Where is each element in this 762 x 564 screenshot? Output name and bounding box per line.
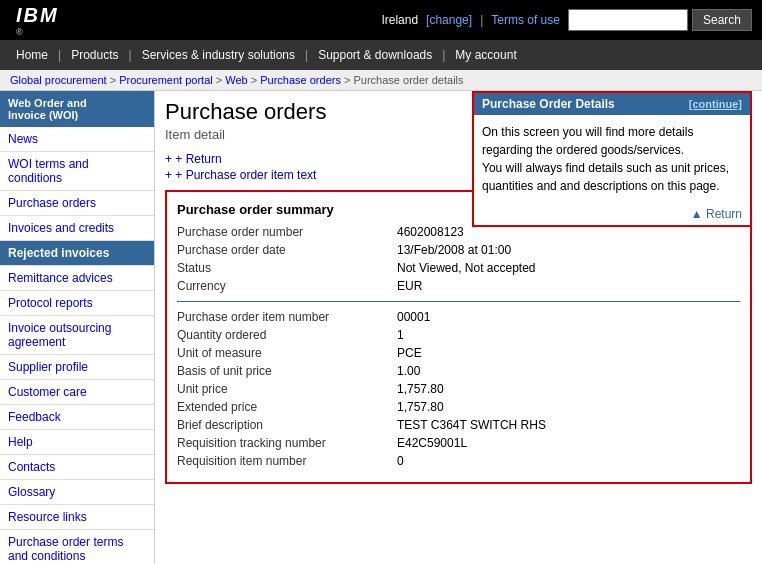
nav-products[interactable]: Products: [61, 40, 128, 70]
sidebar-item-invoices[interactable]: Invoices and credits: [0, 216, 154, 241]
value-uom: PCE: [397, 346, 422, 360]
sidebar-item-resource[interactable]: Resource links: [0, 505, 154, 530]
sidebar-item-woi-terms[interactable]: WOI terms and conditions: [0, 152, 154, 191]
top-bar: IBM ® Ireland [change] | Terms of use Se…: [0, 0, 762, 40]
label-description: Brief description: [177, 418, 397, 432]
sidebar-item-feedback[interactable]: Feedback: [0, 405, 154, 430]
search-button[interactable]: Search: [692, 9, 752, 31]
return-label[interactable]: Return: [706, 207, 742, 221]
tooltip-line1: On this screen you will find more detail…: [482, 123, 742, 159]
value-po-date: 13/Feb/2008 at 01:00: [397, 243, 511, 257]
sidebar-item-contacts[interactable]: Contacts: [0, 455, 154, 480]
summary-row-basis: Basis of unit price 1.00: [177, 364, 740, 378]
breadcrumb-purchase-orders[interactable]: Purchase orders: [260, 74, 341, 86]
summary-row-extended-price: Extended price 1,757.80: [177, 400, 740, 414]
return-arrow: ▲: [691, 207, 706, 221]
summary-row-item-number: Purchase order item number 00001: [177, 310, 740, 324]
sidebar-item-invoice-outsourcing[interactable]: Invoice outsourcing agreement: [0, 316, 154, 355]
sidebar-item-po-terms[interactable]: Purchase order terms and conditions: [0, 530, 154, 564]
tooltip-body: On this screen you will find more detail…: [474, 115, 750, 203]
value-unit-price: 1,757.80: [397, 382, 444, 396]
label-status: Status: [177, 261, 397, 275]
terms-link[interactable]: Terms of use: [491, 13, 560, 27]
logo: IBM ®: [10, 2, 65, 39]
tooltip-title: Purchase Order Details: [482, 97, 615, 111]
ibm-logo: IBM: [16, 4, 59, 27]
label-uom: Unit of measure: [177, 346, 397, 360]
nav-myaccount[interactable]: My account: [445, 40, 526, 70]
sidebar-item-customer[interactable]: Customer care: [0, 380, 154, 405]
logo-sub: ®: [16, 27, 59, 37]
label-currency: Currency: [177, 279, 397, 293]
value-req-item: 0: [397, 454, 404, 468]
value-qty: 1: [397, 328, 404, 342]
label-item-number: Purchase order item number: [177, 310, 397, 324]
search-box: Search: [568, 9, 752, 31]
sidebar-item-rejected[interactable]: Rejected invoices: [0, 241, 154, 266]
sidebar-item-remittance[interactable]: Remittance advices: [0, 266, 154, 291]
label-po-date: Purchase order date: [177, 243, 397, 257]
sep1: |: [480, 13, 483, 27]
label-req-tracking: Requisition tracking number: [177, 436, 397, 450]
label-extended-price: Extended price: [177, 400, 397, 414]
value-item-number: 00001: [397, 310, 430, 324]
content-area: Purchase Order Details [continue] On thi…: [155, 91, 762, 564]
tooltip-header: Purchase Order Details [continue]: [474, 93, 750, 115]
summary-row-description: Brief description TEST C364T SWITCH RHS: [177, 418, 740, 432]
summary-row-uom: Unit of measure PCE: [177, 346, 740, 360]
summary-box: Purchase order summary Purchase order nu…: [165, 190, 752, 484]
tooltip-return[interactable]: ▲ Return: [474, 203, 750, 225]
summary-row-req-tracking: Requisition tracking number E42C59001L: [177, 436, 740, 450]
label-basis: Basis of unit price: [177, 364, 397, 378]
label-qty: Quantity ordered: [177, 328, 397, 342]
value-status: Not Viewed, Not accepted: [397, 261, 536, 275]
breadcrumb-current: Purchase order details: [353, 74, 463, 86]
sidebar: Web Order andInvoice (WOI) News WOI term…: [0, 91, 155, 564]
summary-row-currency: Currency EUR: [177, 279, 740, 293]
sidebar-item-glossary[interactable]: Glossary: [0, 480, 154, 505]
label-po-number: Purchase order number: [177, 225, 397, 239]
sidebar-item-purchase-orders[interactable]: Purchase orders: [0, 191, 154, 216]
breadcrumb-web[interactable]: Web: [225, 74, 247, 86]
main-layout: Web Order andInvoice (WOI) News WOI term…: [0, 91, 762, 564]
sidebar-item-protocol[interactable]: Protocol reports: [0, 291, 154, 316]
value-description: TEST C364T SWITCH RHS: [397, 418, 546, 432]
summary-row-po-number: Purchase order number 4602008123: [177, 225, 740, 239]
label-req-item: Requisition item number: [177, 454, 397, 468]
country-label: Ireland: [381, 13, 418, 27]
summary-row-unit-price: Unit price 1,757.80: [177, 382, 740, 396]
change-link[interactable]: [change]: [426, 13, 472, 27]
value-po-number: 4602008123: [397, 225, 464, 239]
nav-home[interactable]: Home: [6, 40, 58, 70]
summary-row-qty: Quantity ordered 1: [177, 328, 740, 342]
nav-support[interactable]: Support & downloads: [308, 40, 442, 70]
label-unit-price: Unit price: [177, 382, 397, 396]
value-basis: 1.00: [397, 364, 420, 378]
breadcrumb-global[interactable]: Global procurement: [10, 74, 107, 86]
breadcrumb-portal[interactable]: Procurement portal: [119, 74, 213, 86]
tooltip-line2: You will always find details such as uni…: [482, 159, 742, 195]
summary-row-status: Status Not Viewed, Not accepted: [177, 261, 740, 275]
top-bar-right: Ireland [change] | Terms of use Search: [381, 9, 752, 31]
tooltip-popup: Purchase Order Details [continue] On thi…: [472, 91, 752, 227]
tooltip-continue[interactable]: [continue]: [689, 98, 742, 110]
nav-bar: Home | Products | Services & industry so…: [0, 40, 762, 70]
summary-divider: [177, 301, 740, 302]
nav-services[interactable]: Services & industry solutions: [132, 40, 305, 70]
summary-row-po-date: Purchase order date 13/Feb/2008 at 01:00: [177, 243, 740, 257]
value-currency: EUR: [397, 279, 422, 293]
summary-row-req-item: Requisition item number 0: [177, 454, 740, 468]
value-req-tracking: E42C59001L: [397, 436, 467, 450]
breadcrumb: Global procurement > Procurement portal …: [0, 70, 762, 91]
sidebar-item-help[interactable]: Help: [0, 430, 154, 455]
sidebar-item-supplier[interactable]: Supplier profile: [0, 355, 154, 380]
sidebar-item-news[interactable]: News: [0, 127, 154, 152]
search-input[interactable]: [568, 9, 688, 31]
sidebar-section-title: Web Order andInvoice (WOI): [0, 91, 154, 127]
value-extended-price: 1,757.80: [397, 400, 444, 414]
